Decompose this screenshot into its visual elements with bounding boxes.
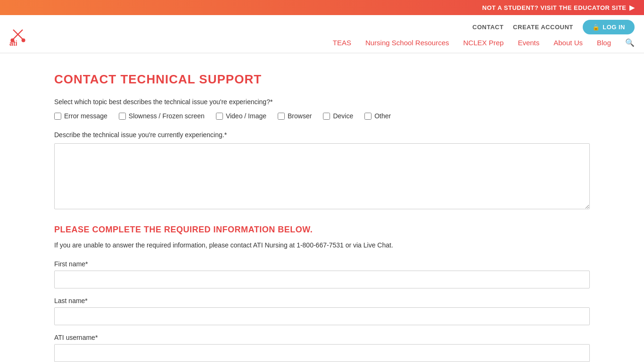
login-button[interactable]: 🔒 LOG IN xyxy=(583,20,635,34)
first-name-input[interactable] xyxy=(54,271,590,288)
nav-blog[interactable]: Blog xyxy=(597,39,611,47)
nav-nclex-prep[interactable]: NCLEX Prep xyxy=(463,39,504,47)
checkbox-device[interactable]: Device xyxy=(323,112,353,120)
checkbox-video-image[interactable]: Video / Image xyxy=(216,112,266,120)
login-icon: 🔒 xyxy=(592,24,600,31)
checkbox-error-message[interactable]: Error message xyxy=(54,112,107,120)
logo[interactable]: ati xyxy=(9,25,32,48)
required-section-title: PLEASE COMPLETE THE REQUIRED INFORMATION… xyxy=(54,225,590,235)
checkbox-slowness-input[interactable] xyxy=(119,113,126,120)
nav-teas[interactable]: TEAS xyxy=(333,39,351,47)
checkbox-video-image-label: Video / Image xyxy=(226,112,266,120)
last-name-input[interactable] xyxy=(54,307,590,325)
topic-question: Select which topic best describes the te… xyxy=(54,98,590,106)
create-account-link[interactable]: CREATE ACCOUNT xyxy=(513,24,573,31)
checkbox-device-input[interactable] xyxy=(323,113,330,120)
checkbox-other-label: Other xyxy=(374,112,391,120)
header-top-links: CONTACT CREATE ACCOUNT 🔒 LOG IN xyxy=(472,20,635,34)
checkbox-slowness[interactable]: Slowness / Frozen screen xyxy=(119,112,205,120)
topic-checkboxes: Error message Slowness / Frozen screen V… xyxy=(54,112,590,120)
logo-area: ati xyxy=(9,25,32,48)
header: ati CONTACT CREATE ACCOUNT 🔒 LOG IN TEAS… xyxy=(0,15,644,53)
checkbox-device-label: Device xyxy=(333,112,353,120)
login-label: LOG IN xyxy=(603,24,625,31)
checkbox-error-message-input[interactable] xyxy=(54,113,61,120)
top-banner: NOT A STUDENT? VISIT THE EDUCATOR SITE ▶ xyxy=(0,0,644,15)
page-title: CONTACT TECHNICAL SUPPORT xyxy=(54,72,590,87)
last-name-label: Last name* xyxy=(54,297,590,304)
ati-username-input[interactable] xyxy=(54,344,590,362)
issue-textarea[interactable] xyxy=(54,143,590,209)
describe-label: Describe the technical issue you're curr… xyxy=(54,131,590,139)
checkbox-other[interactable]: Other xyxy=(364,112,391,120)
checkbox-slowness-label: Slowness / Frozen screen xyxy=(129,112,205,120)
nav-about-us[interactable]: About Us xyxy=(553,39,583,47)
checkbox-error-message-label: Error message xyxy=(64,112,107,120)
checkbox-other-input[interactable] xyxy=(364,113,372,120)
main-content: CONTACT TECHNICAL SUPPORT Select which t… xyxy=(16,53,628,362)
banner-arrow: ▶ xyxy=(629,4,635,11)
last-name-field: Last name* xyxy=(54,297,590,325)
checkbox-browser-input[interactable] xyxy=(278,113,285,120)
first-name-label: First name* xyxy=(54,260,590,268)
checkbox-browser[interactable]: Browser xyxy=(278,112,312,120)
banner-text: NOT A STUDENT? VISIT THE EDUCATOR SITE xyxy=(482,4,627,11)
checkbox-browser-label: Browser xyxy=(288,112,312,120)
contact-link[interactable]: CONTACT xyxy=(472,24,504,31)
nav-nursing-school-resources[interactable]: Nursing School Resources xyxy=(365,39,449,47)
search-icon[interactable]: 🔍 xyxy=(625,38,635,47)
svg-text:ati: ati xyxy=(9,40,17,47)
ati-username-field: ATI username* xyxy=(54,334,590,362)
main-nav: TEAS Nursing School Resources NCLEX Prep… xyxy=(333,38,635,53)
info-text: If you are unable to answer the required… xyxy=(54,241,590,249)
svg-point-3 xyxy=(22,38,25,42)
nav-events[interactable]: Events xyxy=(518,39,539,47)
ati-username-label: ATI username* xyxy=(54,334,590,341)
header-right: CONTACT CREATE ACCOUNT 🔒 LOG IN TEAS Nur… xyxy=(333,20,635,53)
first-name-field: First name* xyxy=(54,260,590,288)
checkbox-video-image-input[interactable] xyxy=(216,113,223,120)
